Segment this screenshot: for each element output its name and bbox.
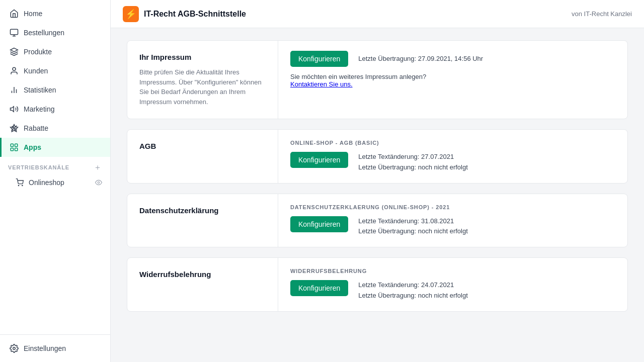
discounts-icon xyxy=(10,124,19,133)
sidebar-item-statistiken[interactable]: Statistiken xyxy=(0,80,110,100)
impressum-title: Ihr Impressum xyxy=(139,53,266,61)
sidebar-item-label: Einstellungen xyxy=(24,344,66,352)
add-channel-button[interactable]: ＋ xyxy=(93,163,102,172)
svg-point-18 xyxy=(98,182,100,184)
svg-point-4 xyxy=(13,67,16,70)
datenschutz-last-transfer: Letzte Übertragung: noch nicht erfolgt xyxy=(358,226,468,237)
main-area: ⚡ IT-Recht AGB-Schnittstelle von IT-Rech… xyxy=(111,0,644,362)
impressum-extra-line: Sie möchten ein weiteres Impressum anleg… xyxy=(290,73,426,80)
agb-last-change: Letzte Textänderung: 27.07.2021 xyxy=(358,152,468,162)
impressum-card: Ihr Impressum Bitte prüfen Sie die Aktua… xyxy=(127,40,628,119)
sidebar-item-rabatte[interactable]: Rabatte xyxy=(0,119,110,138)
svg-rect-12 xyxy=(11,144,13,146)
sidebar-item-label: Statistiken xyxy=(24,86,56,94)
settings-icon xyxy=(10,344,19,353)
onlineshop-eye-icon[interactable] xyxy=(95,179,102,186)
impressum-configure-button[interactable]: Konfigurieren xyxy=(290,51,348,67)
sidebar-item-marketing[interactable]: Marketing xyxy=(0,100,110,119)
widerruf-card-left: Widerrufsbelehrung xyxy=(127,258,278,311)
sidebar-sub-item-label: Onlineshop xyxy=(29,178,64,187)
agb-configure-button[interactable]: Konfigurieren xyxy=(290,152,348,168)
sidebar-item-label: Apps xyxy=(24,143,41,151)
svg-marker-8 xyxy=(11,107,14,112)
widerruf-card: Widerrufsbelehrung WIDERRUFSBELEHRUNG Ko… xyxy=(127,257,628,312)
sidebar-item-onlineshop[interactable]: Onlineshop xyxy=(0,174,110,191)
svg-marker-3 xyxy=(11,48,18,52)
datenschutz-info-row: Konfigurieren Letzte Textänderung: 31.08… xyxy=(290,216,615,237)
impressum-description: Bitte prüfen Sie die Aktualität Ihres Im… xyxy=(139,67,266,107)
sidebar-footer: Einstellungen xyxy=(0,334,110,362)
datenschutz-card-left: Datenschutzerklärung xyxy=(127,194,278,247)
datenschutz-card-right: DATENSCHUTZERKLAERUNG (ONLINE-SHOP) - 20… xyxy=(278,194,627,247)
agb-title: AGB xyxy=(139,142,266,150)
datenschutz-title: Datenschutzerklärung xyxy=(139,206,266,215)
impressum-last-transfer: Letzte Übertragung: 27.09.2021, 14:56 Uh… xyxy=(358,54,483,64)
agb-last-transfer: Letzte Übertragung: noch nicht erfolgt xyxy=(358,162,468,173)
stats-icon xyxy=(10,85,19,95)
topbar: ⚡ IT-Recht AGB-Schnittstelle von IT-Rech… xyxy=(111,0,644,28)
agb-card-left: AGB xyxy=(127,130,278,183)
topbar-left: ⚡ IT-Recht AGB-Schnittstelle xyxy=(123,6,246,22)
widerruf-last-transfer: Letzte Übertragung: noch nicht erfolgt xyxy=(358,291,468,301)
sidebar-item-einstellungen[interactable]: Einstellungen xyxy=(0,339,110,358)
svg-point-17 xyxy=(22,185,23,186)
svg-rect-14 xyxy=(11,148,13,151)
sidebar-item-label: Bestellungen xyxy=(24,29,64,37)
datenschutz-last-change: Letzte Textänderung: 31.08.2021 xyxy=(358,216,468,227)
widerruf-info-row: Konfigurieren Letzte Textänderung: 24.07… xyxy=(290,280,615,301)
sidebar-item-label: Rabatte xyxy=(24,124,48,132)
products-icon xyxy=(10,47,19,56)
widerruf-card-right: WIDERRUFSBELEHRUNG Konfigurieren Letzte … xyxy=(278,258,627,311)
sidebar-section-header: VERTRIEBSKANÄLE ＋ xyxy=(0,157,110,174)
impressum-contact-link[interactable]: Kontaktieren Sie uns. xyxy=(290,80,353,88)
sidebar-item-label: Marketing xyxy=(24,105,54,113)
agb-dates: Letzte Textänderung: 27.07.2021 Letzte Ü… xyxy=(358,152,468,173)
customers-icon xyxy=(10,66,19,75)
sidebar-item-label: Kunden xyxy=(24,67,48,75)
datenschutz-configure-button[interactable]: Konfigurieren xyxy=(290,216,348,232)
sidebar-item-home[interactable]: Home xyxy=(0,4,110,23)
agb-tag: ONLINE-SHOP - AGB (BASIC) xyxy=(290,140,615,146)
impressum-top-row: Konfigurieren Letzte Übertragung: 27.09.… xyxy=(290,51,615,67)
impressum-card-right: Konfigurieren Letzte Übertragung: 27.09.… xyxy=(278,41,627,119)
svg-rect-13 xyxy=(15,144,18,146)
topbar-title: IT-Recht AGB-Schnittstelle xyxy=(144,10,246,19)
home-icon xyxy=(10,9,19,18)
datenschutz-card: Datenschutzerklärung DATENSCHUTZERKLAERU… xyxy=(127,194,628,248)
marketing-icon xyxy=(10,105,19,114)
sidebar-item-label: Produkte xyxy=(24,48,52,56)
svg-point-19 xyxy=(13,347,16,350)
sidebar-item-apps[interactable]: Apps xyxy=(0,138,110,157)
app-logo-icon: ⚡ xyxy=(123,6,139,22)
sidebar-item-label: Home xyxy=(24,10,42,18)
content-area: Ihr Impressum Bitte prüfen Sie die Aktua… xyxy=(111,28,644,362)
svg-rect-15 xyxy=(15,148,18,151)
orders-icon xyxy=(10,28,19,37)
impressum-card-left: Ihr Impressum Bitte prüfen Sie die Aktua… xyxy=(127,41,278,119)
sidebar-nav: Home Bestellungen Produkte Kunden Statis xyxy=(0,0,110,334)
impressum-extra-info: Sie möchten ein weiteres Impressum anleg… xyxy=(290,73,615,88)
datenschutz-dates: Letzte Textänderung: 31.08.2021 Letzte Ü… xyxy=(358,216,468,237)
svg-rect-0 xyxy=(11,29,18,35)
widerruf-title: Widerrufsbelehrung xyxy=(139,270,266,279)
widerruf-configure-button[interactable]: Konfigurieren xyxy=(290,280,348,296)
sidebar-item-bestellungen[interactable]: Bestellungen xyxy=(0,23,110,42)
onlineshop-icon xyxy=(16,178,24,187)
sidebar-item-kunden[interactable]: Kunden xyxy=(0,61,110,80)
sidebar-item-produkte[interactable]: Produkte xyxy=(0,42,110,61)
widerruf-last-change: Letzte Textänderung: 24.07.2021 xyxy=(358,280,468,291)
datenschutz-tag: DATENSCHUTZERKLAERUNG (ONLINE-SHOP) - 20… xyxy=(290,204,615,210)
agb-card-right: ONLINE-SHOP - AGB (BASIC) Konfigurieren … xyxy=(278,130,627,183)
apps-icon xyxy=(10,143,19,152)
sidebar: Home Bestellungen Produkte Kunden Statis xyxy=(0,0,111,362)
agb-info-row: Konfigurieren Letzte Textänderung: 27.07… xyxy=(290,152,615,173)
widerruf-tag: WIDERRUFSBELEHRUNG xyxy=(290,268,615,274)
agb-card: AGB ONLINE-SHOP - AGB (BASIC) Konfigurie… xyxy=(127,129,628,184)
topbar-attribution: von IT-Recht Kanzlei xyxy=(572,10,632,18)
widerruf-dates: Letzte Textänderung: 24.07.2021 Letzte Ü… xyxy=(358,280,468,301)
svg-point-16 xyxy=(18,185,19,186)
